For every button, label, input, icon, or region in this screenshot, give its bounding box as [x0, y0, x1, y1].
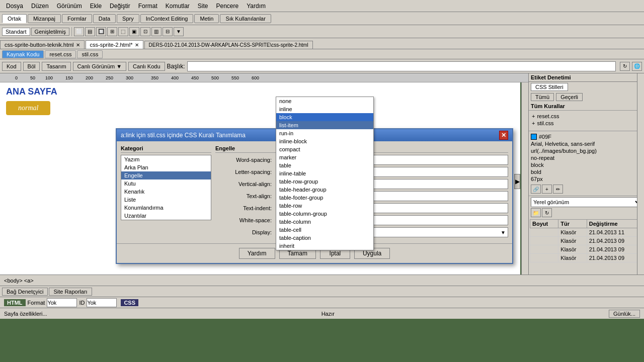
vertical-align-label: Vertical-align: — [215, 181, 276, 187]
opt-table-column-group[interactable]: table-column-group — [276, 210, 373, 218]
display-dropdown-container: block ▼ none inline block list-item run-… — [276, 227, 508, 237]
letter-spacing-label: Letter-spacing: — [215, 169, 276, 175]
cat-engelle[interactable]: Engelle — [121, 171, 211, 179]
opt-block[interactable]: block — [276, 113, 373, 121]
dropdown-arrow-icon: ▼ — [501, 230, 506, 235]
opt-inherit[interactable]: inherit — [276, 242, 373, 250]
dialog-overlay: a:link için stil.css içinde CSS Kuralı T… — [0, 0, 644, 362]
opt-list-item[interactable]: list-item — [276, 121, 373, 129]
opt-compact[interactable]: compact — [276, 145, 373, 153]
text-indent-label: Text-indent: — [215, 205, 276, 211]
opt-inline[interactable]: inline — [276, 105, 373, 113]
cat-kutu[interactable]: Kutu — [121, 179, 211, 188]
dialog-close-btn[interactable]: ✕ — [499, 131, 508, 140]
word-spacing-label: Word-spacing: — [215, 157, 276, 163]
cat-konumlandirma[interactable]: Konumlandırma — [121, 204, 211, 212]
cat-liste[interactable]: Liste — [121, 196, 211, 204]
opt-table-footer-group[interactable]: table-footer-group — [276, 194, 373, 202]
dialog-body: Kategori Yazım Arka Plan Engelle Kutu Ke… — [117, 141, 512, 243]
opt-table-row-group[interactable]: table-row-group — [276, 177, 373, 186]
opt-inline-block[interactable]: inline-block — [276, 137, 373, 145]
display-row: Display: block ▼ none inline block list-… — [215, 227, 508, 237]
opt-table-column[interactable]: table-column — [276, 218, 373, 226]
opt-table-row[interactable]: table-row — [276, 202, 373, 210]
white-space-label: White-space: — [215, 217, 276, 223]
cat-yazim[interactable]: Yazım — [121, 155, 211, 163]
cat-kenarlik[interactable]: Kenarlık — [121, 188, 211, 196]
opt-table[interactable]: table — [276, 161, 373, 169]
opt-run-in[interactable]: run-in — [276, 129, 373, 137]
dialog-categories-section: Kategori Yazım Arka Plan Engelle Kutu Ke… — [121, 145, 211, 239]
yardim-btn[interactable]: Yardım — [239, 248, 275, 259]
opt-table-header-group[interactable]: table-header-group — [276, 186, 373, 194]
kategori-header: Kategori — [121, 145, 211, 153]
opt-table-cell[interactable]: table-cell — [276, 226, 373, 234]
opt-table-caption[interactable]: table-caption — [276, 234, 373, 242]
opt-inline-table[interactable]: inline-table — [276, 169, 373, 177]
text-align-label: Text-align: — [215, 193, 276, 199]
cat-uzantilar[interactable]: Uzantılar — [121, 212, 211, 220]
display-label: Display: — [215, 229, 276, 235]
dialog-title-text: a:link için stil.css içinde CSS Kuralı T… — [121, 132, 246, 139]
category-list: Yazım Arka Plan Engelle Kutu Kenarlık Li… — [121, 155, 211, 220]
cat-arkaplan[interactable]: Arka Plan — [121, 163, 211, 171]
opt-none[interactable]: none — [276, 97, 373, 105]
css-rule-dialog: a:link için stil.css içinde CSS Kuralı T… — [116, 128, 513, 264]
dialog-engelle-section: Engelle Word-spacing: Letter-spacing: Ve… — [215, 145, 508, 239]
opt-marker[interactable]: marker — [276, 153, 373, 161]
display-dropdown-list[interactable]: none inline block list-item run-in inlin… — [276, 97, 374, 250]
